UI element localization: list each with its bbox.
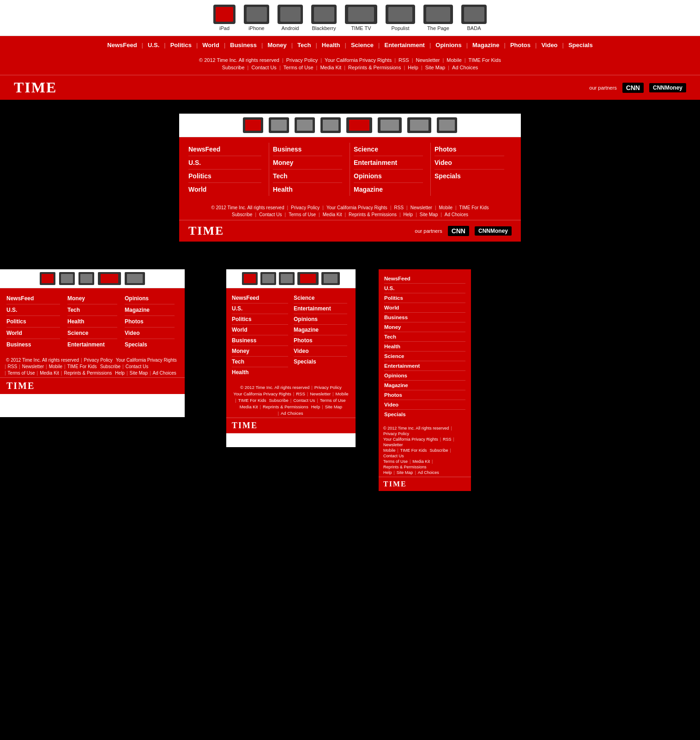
footer-privacy-policy[interactable]: Privacy Policy [284,57,320,63]
sm-nav-photos[interactable]: Photos [125,316,175,328]
mid-timeforkids[interactable]: TIME For Kids [237,398,267,403]
sfl-ca-privacy[interactable]: Your California Privacy Rights [115,358,178,363]
med-nav-tech[interactable]: Tech [273,170,342,183]
cnn-logo-top[interactable]: CNN [622,83,644,93]
rfl-terms[interactable]: Terms of Use [382,459,409,464]
mid-nav-specials[interactable]: Specials [294,357,347,367]
sm-nav-opinions[interactable]: Opinions [125,293,175,304]
med-rss[interactable]: RSS [392,205,405,210]
cnnmoney-logo-top[interactable]: CNNMoney [649,83,686,92]
nav-tech[interactable]: Tech [293,42,315,49]
sm-nav-money[interactable]: Money [67,293,117,304]
nav-business[interactable]: Business [225,42,261,49]
nav-photos[interactable]: Photos [506,42,535,49]
sfl-subscribe[interactable]: Subscribe [99,364,122,369]
right-nav-video[interactable]: Video [384,400,465,410]
med-nav-opinions[interactable]: Opinions [354,170,423,183]
rfl-sitemap[interactable]: Site Map [396,470,414,475]
med-nav-specials[interactable]: Specials [434,170,504,182]
med-help[interactable]: Help [402,212,415,217]
sfl-mobile[interactable]: Mobile [48,364,64,369]
rfl-adchoices[interactable]: Ad Choices [417,470,440,475]
device-android[interactable]: Android [278,5,303,31]
sm-nav-world[interactable]: World [6,328,60,339]
right-nav-tech[interactable]: Tech [384,332,465,342]
sfl-reprints[interactable]: Reprints & Permissions [62,370,113,376]
med-contact[interactable]: Contact Us [257,212,284,217]
sfl-help[interactable]: Help [114,370,126,376]
med-nav-us[interactable]: U.S. [188,156,261,170]
sm-nav-magazine[interactable]: Magazine [125,304,175,316]
footer-terms[interactable]: Terms of Use [282,65,315,70]
med-mediakit[interactable]: Media Kit [321,212,344,217]
rfl-rss[interactable]: RSS [442,437,453,442]
footer-subscribe[interactable]: Subscribe [220,65,247,70]
nav-newsfeed[interactable]: NewsFeed [103,42,141,49]
nav-entertainment[interactable]: Entertainment [380,42,429,49]
device-populist[interactable]: Populist [386,5,415,31]
sm-nav-specials[interactable]: Specials [125,339,175,350]
sm-nav-tech[interactable]: Tech [67,304,117,316]
nav-politics[interactable]: Politics [166,42,196,49]
sfl-sitemap[interactable]: Site Map [128,370,149,376]
mid-nav-us[interactable]: U.S. [232,303,288,314]
sm-nav-newsfeed[interactable]: NewsFeed [6,293,60,304]
device-timetv[interactable]: TIME TV [345,5,377,31]
sm-nav-video[interactable]: Video [125,328,175,339]
med-nav-entertainment[interactable]: Entertainment [354,156,423,170]
med-nav-newsfeed[interactable]: NewsFeed [188,143,261,156]
nav-magazine[interactable]: Magazine [468,42,504,49]
sm-nav-politics[interactable]: Politics [6,316,60,328]
right-nav-politics[interactable]: Politics [384,293,465,303]
mid-nav-magazine[interactable]: Magazine [294,325,347,335]
mid-adchoices[interactable]: Ad Choices [280,411,304,416]
nav-money[interactable]: Money [263,42,291,49]
rfl-newsletter[interactable]: Newsletter [382,443,404,447]
sfl-terms[interactable]: Terms of Use [6,370,36,376]
med-mobile[interactable]: Mobile [437,205,454,210]
med-nav-science[interactable]: Science [354,143,423,156]
mid-nav-opinions[interactable]: Opinions [294,314,347,325]
footer-mobile[interactable]: Mobile [445,57,463,63]
rfl-reprints[interactable]: Reprints & Permissions [382,465,428,469]
med-newsletter[interactable]: Newsletter [409,205,434,210]
med-nav-magazine[interactable]: Magazine [354,183,423,196]
mid-nav-entertainment[interactable]: Entertainment [294,303,347,314]
rfl-mediakit[interactable]: Media Kit [411,459,431,464]
med-nav-business[interactable]: Business [273,143,342,156]
footer-ca-privacy[interactable]: Your California Privacy Rights [323,57,393,63]
device-iphone[interactable]: iPhone [244,5,269,31]
mid-nav-money[interactable]: Money [232,346,288,357]
rfl-contact[interactable]: Contact Us [382,454,405,458]
mid-nav-newsfeed[interactable]: NewsFeed [232,293,288,303]
cnnmoney-logo-medium[interactable]: CNNMoney [475,226,512,236]
mid-help[interactable]: Help [310,404,321,409]
mid-nav-photos[interactable]: Photos [294,335,347,346]
right-nav-money[interactable]: Money [384,322,465,332]
nav-health[interactable]: Health [317,42,345,49]
mid-terms[interactable]: Terms of Use [319,398,347,403]
mid-nav-health[interactable]: Health [232,367,288,377]
sm-nav-entertainment[interactable]: Entertainment [67,339,117,350]
right-nav-photos[interactable]: Photos [384,390,465,400]
right-nav-specials[interactable]: Specials [384,410,465,419]
device-ipad[interactable]: iPad [213,5,235,31]
sfl-newsletter[interactable]: Newsletter [21,364,45,369]
sfl-mediakit[interactable]: Media Kit [38,370,60,376]
right-nav-science[interactable]: Science [384,352,465,361]
med-timeforkids[interactable]: TIME For Kids [458,205,491,210]
right-nav-world[interactable]: World [384,303,465,313]
right-nav-newsfeed[interactable]: NewsFeed [384,274,465,284]
med-adchoices[interactable]: Ad Choices [443,212,470,217]
sm-nav-business[interactable]: Business [6,339,60,350]
mid-subscribe[interactable]: Subscribe [268,398,290,403]
rfl-ca-privacy[interactable]: Your California Privacy Rights [382,437,439,442]
mid-nav-science[interactable]: Science [294,293,347,303]
mid-mediakit[interactable]: Media Kit [239,404,259,409]
rfl-timeforkids[interactable]: TIME For Kids [399,448,428,453]
sm-nav-health[interactable]: Health [67,316,117,328]
med-nav-money[interactable]: Money [273,156,342,170]
footer-newsletter[interactable]: Newsletter [414,57,442,63]
device-bada[interactable]: BADA [461,5,487,31]
sm-nav-science[interactable]: Science [67,328,117,339]
